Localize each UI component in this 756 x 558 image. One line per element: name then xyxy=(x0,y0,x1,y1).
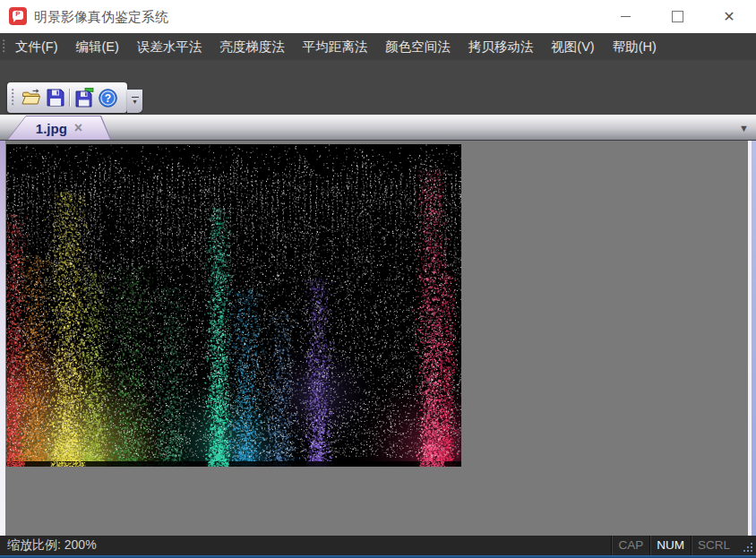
menu-item-color-space[interactable]: 颜色空间法 xyxy=(376,33,460,60)
help-icon: ? xyxy=(98,88,118,108)
menu-item-error-level[interactable]: 误差水平法 xyxy=(128,33,211,60)
toolbar-overflow-button[interactable]: ▾ xyxy=(127,90,142,113)
save-icon xyxy=(46,88,65,107)
save-all-icon xyxy=(74,88,94,107)
num-lock-indicator: NUM xyxy=(649,536,691,555)
menu-item-luminance-gradient[interactable]: 亮度梯度法 xyxy=(210,33,294,60)
viewport-left-frame xyxy=(0,141,5,536)
menu-item-copy-move[interactable]: 拷贝移动法 xyxy=(460,33,543,60)
save-all-button[interactable] xyxy=(72,85,96,110)
tab-1jpg[interactable]: 1.jpg × xyxy=(7,116,111,140)
help-button[interactable]: ? xyxy=(96,85,120,110)
menu-item-view[interactable]: 视图(V) xyxy=(542,33,603,60)
menu-item-average-distance[interactable]: 平均距离法 xyxy=(294,33,377,60)
tab-list-dropdown[interactable]: ▼ xyxy=(739,123,749,133)
app-icon-bubble-tail xyxy=(13,19,17,22)
document-image-canvas[interactable] xyxy=(6,144,461,467)
window-resize-grip[interactable] xyxy=(736,536,756,555)
caps-lock-indicator: CAP xyxy=(611,536,649,555)
app-window: P 明景影像真伪鉴定系统 ✕ 文件(F) 编辑(E) 误差水平法 亮度梯度法 平… xyxy=(0,0,756,558)
toolbar-grip-handle[interactable] xyxy=(12,89,15,107)
minimize-button[interactable] xyxy=(599,0,651,33)
close-icon: ✕ xyxy=(723,10,735,24)
save-button[interactable] xyxy=(43,85,67,110)
maximize-button[interactable] xyxy=(651,0,703,33)
tab-1jpg-face: 1.jpg × xyxy=(8,116,110,140)
window-right-border xyxy=(752,141,756,536)
tab-label: 1.jpg xyxy=(36,121,67,136)
scroll-lock-indicator: SCRL xyxy=(691,536,736,555)
menu-item-file[interactable]: 文件(F) xyxy=(6,33,67,60)
document-viewport xyxy=(0,141,756,536)
minimize-icon xyxy=(621,16,631,17)
menu-item-edit[interactable]: 编辑(E) xyxy=(67,33,128,60)
status-bar: 缩放比例: 200% CAP NUM SCRL xyxy=(0,536,756,555)
maximize-icon xyxy=(672,11,683,22)
document-tab-bar: 1.jpg × ▼ xyxy=(0,115,756,141)
toolbar-overflow-icon: ▾ xyxy=(133,99,136,106)
menu-bar: 文件(F) 编辑(E) 误差水平法 亮度梯度法 平均距离法 颜色空间法 拷贝移动… xyxy=(0,33,756,60)
window-title: 明景影像真伪鉴定系统 xyxy=(34,0,168,33)
folder-open-icon xyxy=(21,88,42,107)
svg-text:?: ? xyxy=(105,92,111,105)
toolbar-band: ? ▾ xyxy=(0,60,756,115)
toolbar: ? xyxy=(7,82,127,113)
toolbar-separator xyxy=(69,89,70,107)
app-icon: P xyxy=(9,7,27,25)
open-file-button[interactable] xyxy=(19,85,43,110)
tab-close-icon[interactable]: × xyxy=(74,121,82,135)
title-bar: P 明景影像真伪鉴定系统 ✕ xyxy=(0,0,756,33)
menu-item-help[interactable]: 帮助(H) xyxy=(604,33,666,60)
window-controls: ✕ xyxy=(599,0,755,33)
close-button[interactable]: ✕ xyxy=(703,0,755,33)
zoom-ratio-text: 缩放比例: 200% xyxy=(7,537,97,554)
app-icon-letter: P xyxy=(9,10,27,19)
